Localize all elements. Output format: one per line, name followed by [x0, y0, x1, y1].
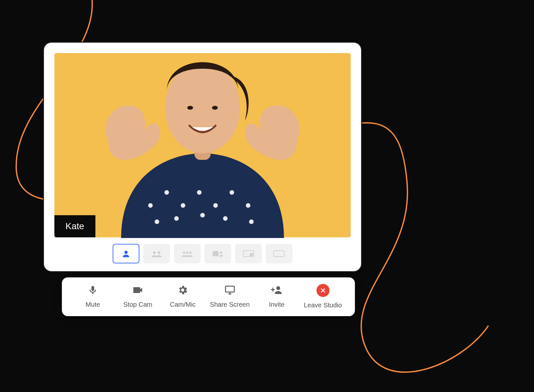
- layout-picker: [54, 244, 351, 263]
- microphone-icon: [87, 284, 99, 296]
- layout-pip[interactable]: [235, 244, 262, 263]
- video-frame: Kate: [54, 53, 351, 237]
- svg-point-5: [230, 190, 234, 195]
- svg-point-7: [174, 216, 179, 221]
- layout-duo[interactable]: [143, 244, 170, 263]
- invite-person-icon: [271, 284, 283, 296]
- svg-point-2: [181, 203, 185, 208]
- cam-mic-label: Cam/Mic: [170, 301, 196, 308]
- stop-cam-button[interactable]: Stop Cam: [120, 284, 156, 308]
- share-screen-button[interactable]: Share Screen: [210, 284, 250, 308]
- svg-point-6: [246, 203, 250, 208]
- camera-icon: [132, 284, 144, 296]
- svg-point-23: [220, 252, 222, 254]
- participant-name-tag: Kate: [54, 215, 95, 237]
- monitor-icon: [224, 284, 236, 296]
- invite-button[interactable]: Invite: [259, 284, 295, 308]
- layout-screen-duo[interactable]: [204, 244, 231, 263]
- svg-rect-26: [274, 251, 284, 257]
- share-screen-label: Share Screen: [210, 301, 250, 308]
- svg-point-21: [190, 252, 192, 254]
- mute-label: Mute: [86, 301, 100, 308]
- svg-point-9: [200, 213, 205, 217]
- svg-point-10: [155, 219, 159, 224]
- mute-button[interactable]: Mute: [75, 284, 111, 308]
- svg-point-4: [213, 203, 218, 208]
- svg-point-3: [197, 190, 202, 195]
- svg-rect-25: [250, 253, 253, 256]
- svg-point-16: [124, 251, 128, 254]
- stop-cam-label: Stop Cam: [123, 301, 152, 308]
- svg-point-17: [153, 251, 156, 254]
- svg-rect-12: [194, 140, 211, 160]
- svg-point-0: [148, 203, 153, 208]
- layout-single[interactable]: [113, 244, 139, 263]
- invite-label: Invite: [269, 301, 285, 308]
- control-bar: Mute Stop Cam Cam/Mic Share Screen Invit…: [62, 277, 355, 316]
- participant-name: Kate: [65, 221, 84, 231]
- svg-point-14: [187, 106, 193, 110]
- svg-point-20: [186, 252, 189, 254]
- svg-point-19: [183, 252, 185, 254]
- leave-studio-button[interactable]: Leave Studio: [304, 284, 342, 309]
- gear-icon: [176, 284, 189, 296]
- participant-silhouette: [69, 23, 336, 238]
- studio-card: Kate: [43, 42, 362, 272]
- svg-point-18: [158, 251, 160, 254]
- svg-point-11: [249, 219, 254, 224]
- svg-point-15: [212, 106, 218, 110]
- layout-trio[interactable]: [174, 244, 201, 263]
- close-icon: [316, 284, 330, 297]
- svg-rect-22: [213, 251, 218, 256]
- cam-mic-button[interactable]: Cam/Mic: [165, 284, 201, 308]
- layout-blank[interactable]: [266, 244, 292, 263]
- svg-point-13: [165, 62, 240, 153]
- svg-rect-27: [225, 286, 234, 292]
- svg-point-8: [223, 216, 228, 221]
- leave-studio-label: Leave Studio: [304, 301, 342, 309]
- svg-point-1: [164, 190, 169, 195]
